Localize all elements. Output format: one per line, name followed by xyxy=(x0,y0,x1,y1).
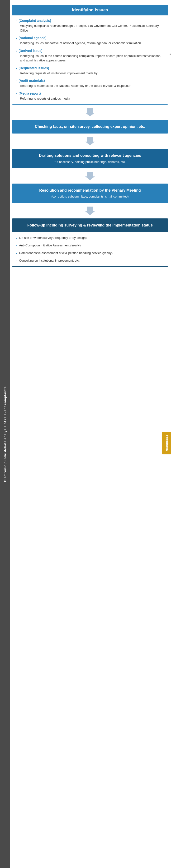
feedback-tab: Feedback xyxy=(162,432,171,455)
step5-header: Follow-up including surveying & reviewin… xyxy=(12,218,168,232)
step4-box: Resolution and recommendation by the Ple… xyxy=(12,184,168,203)
arrow-1 xyxy=(12,108,168,117)
bullet-title-6: (Media report) xyxy=(16,92,164,95)
bullet-desc-5: Referring to materials of the National A… xyxy=(16,84,164,88)
step3-box: Drafting solutions and consulting with r… xyxy=(12,149,168,168)
followup-item-4: Consulting on institutional improvement,… xyxy=(16,258,164,263)
step5-container: Follow-up including surveying & reviewin… xyxy=(12,218,168,267)
identifying-issues-header: Identifying issues xyxy=(12,5,168,16)
bullet-title-4: (Requested issues) xyxy=(16,66,164,70)
bullet-derived-issue: (Derived issue) Identifying issues in th… xyxy=(16,49,164,63)
bullet-media-report: (Media report) Referring to reports of v… xyxy=(16,92,164,101)
arrow-3 xyxy=(12,172,168,180)
svg-marker-2 xyxy=(85,172,95,180)
bullet-audit-materials: (Audit materials) Referring to materials… xyxy=(16,79,164,88)
step2-box: Checking facts, on-site survey, collecti… xyxy=(12,120,168,133)
followup-item-2: Anti-Corruption Initiative Assessment (y… xyxy=(16,243,164,248)
issues-content: (Complaint analysis) Analyzing complaint… xyxy=(12,16,168,104)
followup-item-3: Comprehensive assessment of civil petiti… xyxy=(16,251,164,255)
bullet-requested-issues: (Requested issues) Reflecting requests o… xyxy=(16,66,164,76)
bullet-title-5: (Audit materials) xyxy=(16,79,164,83)
bullet-complaint-analysis: (Complaint analysis) Analyzing complaint… xyxy=(16,19,164,33)
bullet-title-2: (National agenda) xyxy=(16,36,164,40)
bullet-desc-1: Analyzing complaints received through e-… xyxy=(16,24,164,33)
bullet-desc-2: Identifying issues supportive of nationa… xyxy=(16,41,164,45)
svg-marker-3 xyxy=(85,207,95,215)
bullet-desc-6: Referring to reports of various media xyxy=(16,96,164,101)
sidebar-label: Electronic public debate analysis of rel… xyxy=(0,0,10,868)
bullet-title-1: (Complaint analysis) xyxy=(16,19,164,23)
followup-item-1: On-site or written survey (frequently or… xyxy=(16,236,164,240)
feedback-arrow xyxy=(170,51,171,58)
bullet-title-3: (Derived issue) xyxy=(16,49,164,53)
svg-marker-0 xyxy=(85,108,95,117)
bullet-desc-4: Reflecting requests of institutional imp… xyxy=(16,71,164,76)
step5-content: On-site or written survey (frequently or… xyxy=(12,232,168,267)
bullet-desc-3: Identifying issues in the course of hand… xyxy=(16,54,164,63)
arrow-2 xyxy=(12,137,168,145)
svg-marker-1 xyxy=(85,137,95,145)
arrow-4 xyxy=(12,207,168,215)
bullet-national-agenda: (National agenda) Identifying issues sup… xyxy=(16,36,164,45)
